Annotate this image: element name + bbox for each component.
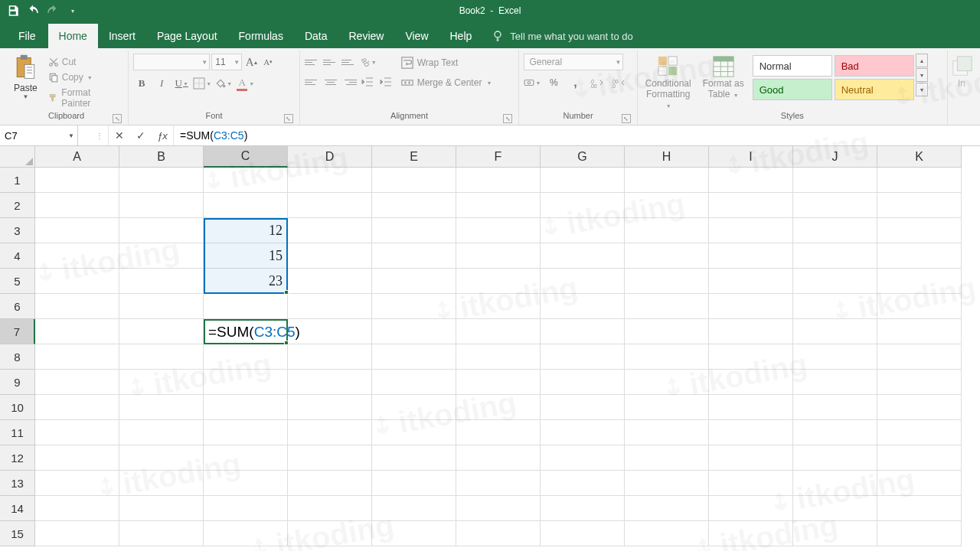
align-center-button[interactable] [323,75,338,89]
increase-decimal-button[interactable]: .0.00 [588,75,605,90]
cell-I5[interactable] [709,269,793,294]
cell-H7[interactable] [625,319,709,344]
cell-H2[interactable] [625,193,709,218]
col-header-B[interactable]: B [119,146,204,168]
cell-D2[interactable] [288,193,372,218]
accounting-format-button[interactable]: ▼ [524,75,541,90]
cell-H12[interactable] [625,445,709,471]
cell-B2[interactable] [119,193,204,218]
row-header-12[interactable]: 12 [0,445,35,471]
cell-A11[interactable] [35,420,119,445]
cell-I15[interactable] [709,521,793,546]
row-header-1[interactable]: 1 [0,168,35,193]
cell-I13[interactable] [709,471,793,496]
tab-file[interactable]: File [6,24,48,48]
cell-I6[interactable] [709,294,793,319]
cell-B1[interactable] [119,168,204,193]
cell-C8[interactable] [204,344,288,370]
styles-scrollbar[interactable]: ▴ ▾ ▾ [916,54,928,100]
cell-H4[interactable] [625,243,709,269]
align-middle-button[interactable] [323,55,338,69]
cell-K15[interactable] [877,521,962,546]
cell-D13[interactable] [288,471,372,496]
dialog-launcher-icon[interactable]: ⤡ [284,114,293,123]
cell-G6[interactable] [541,294,625,319]
cell-E4[interactable] [372,243,456,269]
cell-B4[interactable] [119,243,204,269]
cell-D11[interactable] [288,420,372,445]
cell-B15[interactable] [119,521,204,546]
cell-G7[interactable] [541,319,625,344]
cell-F3[interactable] [456,218,541,243]
more-styles-icon[interactable]: ▾ [916,83,928,96]
cell-A15[interactable] [35,521,119,546]
cell-C11[interactable] [204,420,288,445]
cell-E1[interactable] [372,168,456,193]
cell-F9[interactable] [456,370,541,395]
cell-A1[interactable] [35,168,119,193]
insert-function-button[interactable]: ƒx [152,130,173,142]
row-header-8[interactable]: 8 [0,344,35,370]
cell-G11[interactable] [541,420,625,445]
cell-I2[interactable] [709,193,793,218]
cell-F12[interactable] [456,445,541,471]
cell-J15[interactable] [793,521,877,546]
tab-formulas[interactable]: Formulas [228,24,294,48]
cell-K11[interactable] [877,420,962,445]
borders-button[interactable]: ▼ [193,75,211,92]
conditional-formatting-button[interactable]: Conditional Formatting ▼ [642,54,694,110]
cell-E10[interactable] [372,395,456,420]
row-header-14[interactable]: 14 [0,496,35,521]
cell-D6[interactable] [288,294,372,319]
cell-edit-text[interactable]: =SUM(C3:C5) [205,321,303,343]
italic-button[interactable]: I [153,75,170,92]
dialog-launcher-icon[interactable]: ⤡ [113,114,122,123]
cell-C9[interactable] [204,370,288,395]
namebox-resize[interactable]: ⋮ [78,126,109,145]
cell-C10[interactable] [204,395,288,420]
cell-K12[interactable] [877,445,962,471]
select-all-button[interactable] [0,146,35,168]
cell-G5[interactable] [541,269,625,294]
comma-button[interactable]: , [567,75,583,90]
row-header-9[interactable]: 9 [0,370,35,395]
font-name-combo[interactable]: ▼ [133,54,210,70]
cell-D3[interactable] [288,218,372,243]
row-header-3[interactable]: 3 [0,218,35,243]
cell-D4[interactable] [288,243,372,269]
cell-B7[interactable] [119,319,204,344]
number-format-combo[interactable]: General▼ [524,54,623,70]
cell-F14[interactable] [456,496,541,521]
orientation-button[interactable]: ab▼ [360,54,378,70]
cell-G4[interactable] [541,243,625,269]
cell-A8[interactable] [35,344,119,370]
cell-E12[interactable] [372,445,456,471]
cell-B10[interactable] [119,395,204,420]
cell-K13[interactable] [877,471,962,496]
row-header-11[interactable]: 11 [0,420,35,445]
cell-A5[interactable] [35,269,119,294]
cell-J8[interactable] [793,344,877,370]
cell-H1[interactable] [625,168,709,193]
col-header-J[interactable]: J [793,146,877,168]
tell-me[interactable]: Tell me what you want to do [482,24,642,48]
bold-button[interactable]: B [133,75,150,92]
name-box[interactable]: C7▼ [0,126,78,145]
cell-J2[interactable] [793,193,877,218]
cell-C2[interactable] [204,193,288,218]
cell-C5[interactable]: 23 [204,269,288,294]
cell-B14[interactable] [119,496,204,521]
cell-G14[interactable] [541,496,625,521]
tab-insert[interactable]: Insert [98,24,146,48]
cell-K6[interactable] [877,294,962,319]
cell-G12[interactable] [541,445,625,471]
scroll-up-icon[interactable]: ▴ [916,54,928,67]
col-header-A[interactable]: A [35,146,119,168]
style-neutral[interactable]: Neutral [835,79,914,100]
align-left-button[interactable] [305,75,320,89]
style-bad[interactable]: Bad [835,55,914,77]
cell-A10[interactable] [35,395,119,420]
cell-H5[interactable] [625,269,709,294]
row-header-10[interactable]: 10 [0,395,35,420]
decrease-font-button[interactable]: A▾ [260,54,276,70]
